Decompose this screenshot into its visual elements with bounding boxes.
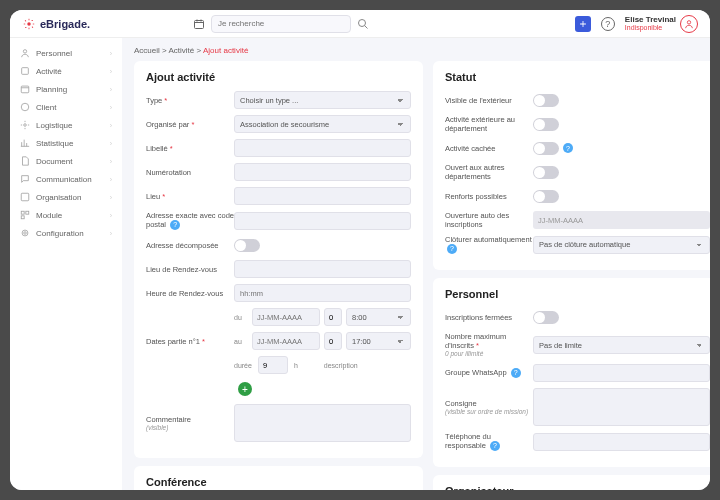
card-ajout-activite: Ajout activité Type *Choisir un type ...… [134, 61, 423, 458]
chevron-right-icon: › [110, 122, 112, 129]
ouverture-auto-field: JJ-MM-AAAA [533, 211, 710, 229]
sidebar-item-activite[interactable]: Activité› [10, 62, 122, 80]
help-icon[interactable]: ? [563, 143, 573, 153]
help-icon[interactable]: ? [511, 368, 521, 378]
adresse-decomposee-toggle[interactable] [234, 239, 260, 252]
inscriptions-fermees-toggle[interactable] [533, 311, 559, 324]
user-menu[interactable]: Elise Trevinal Indisponible [625, 15, 698, 33]
whatsapp-input[interactable] [533, 364, 710, 382]
logo-icon [22, 17, 36, 31]
chart-icon [20, 138, 30, 148]
sidebar-item-document[interactable]: Document› [10, 152, 122, 170]
svg-point-7 [21, 103, 29, 111]
person-icon [20, 48, 30, 58]
help-icon[interactable]: ? [170, 220, 180, 230]
logo[interactable]: eBrigade. [22, 17, 90, 31]
sidebar-item-organisation[interactable]: Organisation› [10, 188, 122, 206]
visible-exterieur-toggle[interactable] [533, 94, 559, 107]
svg-rect-6 [21, 86, 29, 93]
search-input[interactable] [211, 15, 351, 33]
card-title: Statut [445, 71, 710, 83]
sidebar-item-client[interactable]: Client› [10, 98, 122, 116]
calendar-icon [20, 84, 30, 94]
sidebar-item-module[interactable]: Module› [10, 206, 122, 224]
card-statut: Statut Visible de l'extérieur Activité e… [433, 61, 710, 270]
breadcrumb-current: Ajout activité [203, 46, 248, 55]
add-date-button[interactable]: + [238, 382, 252, 396]
calendar-icon[interactable] [193, 18, 205, 30]
brand-name: eBrigade. [40, 18, 90, 30]
num-input[interactable] [324, 308, 342, 326]
chevron-right-icon: › [110, 104, 112, 111]
date-debut-input[interactable] [252, 308, 320, 326]
max-inscrits-select[interactable]: Pas de limite [533, 336, 710, 354]
lieu-input[interactable] [234, 187, 411, 205]
help-icon[interactable]: ? [490, 441, 500, 451]
settings-icon [20, 228, 30, 238]
sidebar-item-planning[interactable]: Planning› [10, 80, 122, 98]
type-select[interactable]: Choisir un type ... [234, 91, 411, 109]
card-title: Ajout activité [146, 71, 411, 83]
commentaire-textarea[interactable] [234, 404, 411, 442]
sidebar: Personnel› Activité› Planning› Client› L… [10, 38, 122, 490]
consigne-textarea[interactable] [533, 388, 710, 426]
organise-par-select[interactable]: Association de secourisme [234, 115, 411, 133]
svg-rect-11 [26, 211, 29, 214]
svg-point-0 [27, 22, 31, 26]
heure-rdv-input[interactable] [234, 284, 411, 302]
breadcrumb: Accueil > Activité > Ajout activité [134, 46, 698, 55]
svg-rect-12 [21, 216, 24, 219]
breadcrumb-activite[interactable]: Activité [168, 46, 194, 55]
search-icon[interactable] [357, 18, 369, 30]
activity-icon [20, 66, 30, 76]
svg-rect-1 [195, 20, 204, 28]
adresse-input[interactable] [234, 212, 411, 230]
help-icon[interactable]: ? [447, 244, 457, 254]
svg-point-4 [23, 50, 26, 53]
avatar [680, 15, 698, 33]
card-conference: Conférence Lien Conférence Web ? Code Co… [134, 466, 423, 490]
user-status: Indisponible [625, 24, 676, 31]
breadcrumb-home[interactable]: Accueil [134, 46, 160, 55]
svg-point-2 [359, 19, 366, 26]
activite-cachee-toggle[interactable] [533, 142, 559, 155]
svg-rect-10 [21, 211, 24, 214]
sidebar-item-configuration[interactable]: Configuration› [10, 224, 122, 242]
card-personnel: Personnel Inscriptions fermées Nombre ma… [433, 278, 710, 467]
duree-input[interactable] [258, 356, 288, 374]
sidebar-item-personnel[interactable]: Personnel› [10, 44, 122, 62]
time-debut-select[interactable]: 8:00 [346, 308, 411, 326]
ouvert-autres-toggle[interactable] [533, 166, 559, 179]
sidebar-item-communication[interactable]: Communication› [10, 170, 122, 188]
svg-point-8 [24, 124, 27, 127]
chevron-right-icon: › [110, 50, 112, 57]
svg-point-13 [24, 232, 27, 235]
card-title: Organisateur [445, 485, 710, 490]
chevron-right-icon: › [110, 86, 112, 93]
sidebar-item-logistique[interactable]: Logistique› [10, 116, 122, 134]
card-title: Personnel [445, 288, 710, 300]
cloture-select[interactable]: Pas de clôture automatique [533, 236, 710, 254]
org-icon [20, 192, 30, 202]
chevron-right-icon: › [110, 212, 112, 219]
date-fin-input[interactable] [252, 332, 320, 350]
user-name: Elise Trevinal [625, 16, 676, 24]
chat-icon [20, 174, 30, 184]
activite-exterieure-toggle[interactable] [533, 118, 559, 131]
renforts-toggle[interactable] [533, 190, 559, 203]
add-button[interactable] [575, 16, 591, 32]
tel-responsable-input[interactable] [533, 433, 710, 451]
document-icon [20, 156, 30, 166]
chevron-right-icon: › [110, 140, 112, 147]
numerotation-input[interactable] [234, 163, 411, 181]
time-fin-select[interactable]: 17:00 [346, 332, 411, 350]
chevron-right-icon: › [110, 230, 112, 237]
chevron-right-icon: › [110, 68, 112, 75]
num-input[interactable] [324, 332, 342, 350]
sidebar-item-statistique[interactable]: Statistique› [10, 134, 122, 152]
svg-rect-5 [22, 68, 29, 75]
help-icon[interactable]: ? [601, 17, 615, 31]
libelle-input[interactable] [234, 139, 411, 157]
lieu-rdv-input[interactable] [234, 260, 411, 278]
module-icon [20, 210, 30, 220]
